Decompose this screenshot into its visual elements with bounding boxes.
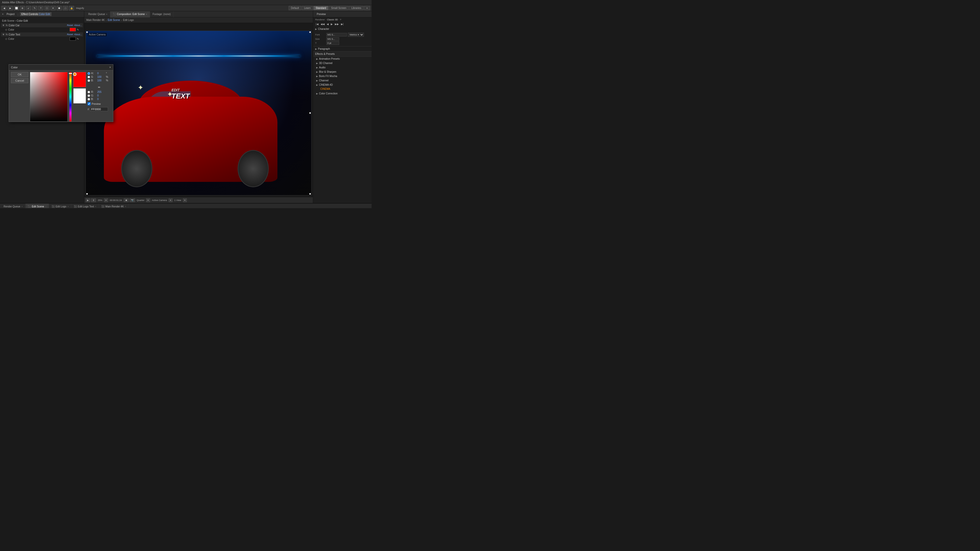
effect-item-cinema[interactable]: ▶ CINEMA 4D [313,83,372,87]
boris-arrow: ▶ [316,75,318,78]
handle-tr[interactable] [309,32,311,33]
effect-item-channel[interactable]: ▶ Channel [313,78,372,83]
character-section-header[interactable]: ▶ Character [313,27,372,32]
char-font-input[interactable] [326,33,347,37]
effect-group-color-text-header[interactable]: ▼ fx Color Text Reset About... [1,32,83,37]
reset-text-button[interactable]: Reset [67,33,73,36]
workspace-learn[interactable]: Learn [302,6,313,10]
toolbar-btn-3[interactable]: ⬜ [14,6,19,11]
ctrl-b-radio[interactable] [88,79,90,82]
toolbar-btn-6[interactable]: ✎ [32,6,37,11]
color-swatch-car[interactable] [70,28,76,32]
breadcrumb-edit-logo[interactable]: Edit Logo [123,19,134,21]
handle-tl[interactable] [86,32,88,33]
tl-tab-render-queue[interactable]: Render Queue × [2,203,25,208]
tl-tab-main-render[interactable]: ⬛ Main Render 4K × [99,203,129,208]
color-cursor[interactable] [73,73,76,76]
toolbar-btn-7[interactable]: T [38,6,43,11]
toolbar-btn-2[interactable]: ▶ [8,6,13,11]
eyedropper-text[interactable]: ✎ [77,38,79,40]
char-tracking-input[interactable] [326,41,339,45]
toolbar-btn-12[interactable]: 🔒 [69,6,74,11]
char-size-input[interactable] [326,37,339,41]
tab-footage[interactable]: Footage: (none) [150,11,173,17]
breadcrumb-edit-scene[interactable]: Edit Scene [108,19,120,21]
workspace-expand[interactable]: » [364,6,370,10]
prev-frame-btn[interactable]: ◀◀ [320,22,325,26]
snapshot-btn[interactable]: 📷 [130,198,135,202]
effect-item-audio[interactable]: ▶ Audio [313,65,372,70]
about-text-button[interactable]: About... [74,33,82,36]
effect-item-color-correction[interactable]: ▶ Color Correction [313,91,372,96]
effect-item-animation-presets[interactable]: ▶ Animation Presets [313,57,372,61]
play-button[interactable]: ▶ [86,198,90,202]
preview-tab[interactable]: Preview [315,12,328,16]
workspace-libraries[interactable]: Libraries [349,6,363,10]
workspace-standard[interactable]: Standard [313,6,328,10]
toolbar-btn-8[interactable]: ⬡ [45,6,49,11]
toolbar-btn-9[interactable]: ✦ [51,6,56,11]
effect-group-color-car-header[interactable]: ▼ fx Color Car Reset About... [1,23,83,27]
tab-render-queue[interactable]: Render Queue × [86,11,110,17]
tl-tab-edit-logo-text[interactable]: ⬛ Edit Logo Text × [72,203,99,208]
next-frame-btn[interactable]: ▶▶ [334,22,339,26]
zoom-dropdown[interactable]: ▾ [104,198,108,202]
render-queue-close[interactable]: × [106,13,107,16]
play-rev-btn[interactable]: ◀ [326,22,329,26]
workspace-default[interactable]: Default [289,6,301,10]
comp-viewport[interactable]: Active Camera EDIT TEXT ✦ ✦ [86,30,312,195]
tl-tab-edit-logo[interactable]: ⬛ Edit Logo × [49,203,71,208]
ctrl-s-radio[interactable] [88,76,90,78]
workspace-small[interactable]: Small Screen [329,6,348,10]
tab-project[interactable]: Project [5,12,16,16]
toolbar-btn-5[interactable]: ↙ [26,6,31,11]
about-car-button[interactable]: About... [74,24,82,27]
ctrl-g-row: G: 0 [88,94,111,97]
hex-input[interactable] [90,107,108,111]
effect-item-boris[interactable]: ▶ Boris FX Mocha [313,74,372,78]
char-metrics-select[interactable]: Metrics ▾ [348,33,364,37]
color-dialog-close-button[interactable]: × [109,65,111,69]
breadcrumb-main-render[interactable]: Main Render 4K [86,19,105,21]
preview-label: Preview [92,103,101,105]
reset-car-button[interactable]: Reset [67,24,73,27]
eyedropper-car[interactable]: ✎ [77,28,79,31]
record-btn[interactable]: ⏺ [124,198,129,202]
project-panel-close[interactable]: × [2,13,3,16]
tl-tab-edit-scene[interactable]: ⬛ Edit Scene × [25,203,49,208]
color-ok-button[interactable]: OK [11,72,28,77]
stop-button[interactable]: ⏸ [91,198,96,202]
toolbar-btn-4[interactable]: ⊕ [20,6,25,11]
handle-mr[interactable] [309,112,311,114]
color-swatch-text[interactable] [70,37,76,41]
effect-item-3d-channel[interactable]: ▶ 3D Channel [313,61,372,65]
handle-bl[interactable] [86,193,88,195]
ctrl-h-unit: ° [106,72,111,75]
tab-effect-controls[interactable]: Effect Controls Color Edit [20,12,52,16]
effect-item-blur-sharpen[interactable]: ▶ Blur & Sharpen [313,70,372,74]
hue-bar[interactable] [69,72,72,122]
toolbar-btn-10[interactable]: ⬢ [57,6,62,11]
tab-composition-edit-scene[interactable]: ⬛ Composition: Edit Scene × [110,11,150,17]
ctrl-h-radio[interactable] [88,72,90,75]
eyedropper-button[interactable]: ✒ [88,85,111,90]
ctrl-b2-radio[interactable] [88,98,90,100]
char-size-label: Size [315,38,325,40]
color-cancel-button[interactable]: Cancel [11,78,28,83]
ctrl-r-radio[interactable] [88,91,90,94]
ctrl-g-radio[interactable] [88,94,90,97]
play-fwd-btn[interactable]: ▶ [330,22,333,26]
toolbar-btn-1[interactable]: ◀ [2,6,6,11]
camera-dropdown[interactable]: ▾ [169,198,172,202]
boris-label: Boris FX Mocha [319,75,337,78]
quality-dropdown[interactable]: ▾ [146,198,150,202]
skip-end-btn[interactable]: ▶| [340,22,344,26]
preview-checkbox[interactable] [88,102,91,105]
skip-start-btn[interactable]: |◀ [315,22,319,26]
color-gradient-picker[interactable] [30,72,67,122]
view-dropdown[interactable]: ▾ [183,198,187,202]
handle-br[interactable] [309,193,311,195]
paragraph-section-header[interactable]: ▶ Paragraph [313,46,372,51]
comp-edit-scene-close[interactable]: × [146,13,147,16]
toolbar-btn-11[interactable]: 🎥 [63,6,68,11]
